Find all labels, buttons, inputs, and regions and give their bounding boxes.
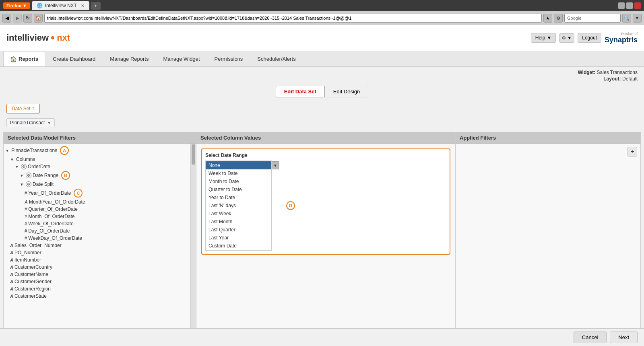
tree-label: CustomerRegion — [14, 286, 51, 292]
nav-item-permissions[interactable]: Permissions — [208, 51, 250, 66]
alpha-icon: A — [10, 279, 13, 284]
tree-label: PinnacleTransactions — [11, 148, 57, 153]
tree-item-customer-name[interactable]: A CustomerName — [8, 271, 190, 278]
tree-item-sales-order[interactable]: A Sales_Order_Number — [8, 242, 190, 249]
tree-label: Day_Of_OrderDate — [28, 228, 70, 234]
star-button[interactable]: ⚙ — [554, 14, 563, 23]
nav-item-manage-reports[interactable]: Manage Reports — [103, 51, 155, 66]
dropdown-item-last-year[interactable]: Last Year — [206, 234, 271, 242]
alpha-icon: A — [10, 250, 13, 255]
nav-item-create-dashboard[interactable]: Create Dashboard — [46, 51, 102, 66]
hash-icon: # — [25, 229, 27, 233]
alpha-icon: A — [10, 294, 13, 299]
dropdown-item-last-week[interactable]: Last Week — [206, 210, 271, 218]
search-input[interactable] — [564, 14, 621, 23]
tree-item-quarter[interactable]: # Quarter_Of_OrderDate — [23, 206, 190, 213]
tree-item-date-split[interactable]: ▼ ⊙ Date Split — [18, 181, 190, 188]
tree-item-item-number[interactable]: A ItemNumber — [8, 256, 190, 264]
hash-icon: # — [25, 236, 27, 241]
alpha-icon: A — [10, 272, 13, 277]
tree-item-monthyear[interactable]: A MonthYear_Of_OrderDate — [23, 198, 190, 206]
next-button[interactable]: Next — [610, 332, 638, 343]
tree-item-customer-gender[interactable]: A CustomerGender — [8, 278, 190, 285]
dropdown-item-custom-date[interactable]: Custom Date — [206, 242, 271, 250]
tree-item-weekday[interactable]: # WeekDay_Of_OrderDate — [23, 235, 190, 242]
tree-item-customer-region[interactable]: A CustomerRegion — [8, 285, 190, 292]
dropdown-arrow-button[interactable]: ▼ — [272, 161, 279, 169]
tree-label: Date Range — [33, 173, 58, 178]
edit-tabs: Edit Data Set Edit Design — [0, 82, 644, 101]
tree-item-customer-state[interactable]: A CustomerState — [8, 292, 190, 300]
close-button[interactable] — [634, 2, 641, 9]
logo-area: intelliview nxt — [6, 33, 70, 43]
forward-button[interactable]: ▶ — [13, 14, 22, 23]
hash-icon: # — [25, 207, 27, 212]
alpha-icon: A — [10, 265, 13, 270]
nav-item-reports[interactable]: 🏠 Reports — [3, 51, 45, 66]
maximize-button[interactable] — [626, 2, 633, 9]
tree-item-po-number[interactable]: A PO_Number — [8, 249, 190, 256]
logout-button[interactable]: Logout — [578, 33, 601, 43]
hash-icon: # — [25, 221, 27, 226]
tree-item-orderdate[interactable]: ▼ ⊙ OrderDate — [13, 163, 190, 170]
tree-item-month[interactable]: # Month_Of_OrderDate — [23, 213, 190, 220]
dropdown-item-week-to-date[interactable]: Week to Date — [206, 169, 271, 177]
search-go-button[interactable]: 🔍 — [622, 14, 631, 23]
tree-item-week[interactable]: # Week_Of_OrderDate — [23, 220, 190, 227]
tab-edit-design[interactable]: Edit Design — [325, 86, 368, 97]
tree-item-year-of-orderdate[interactable]: # Year_Of_OrderDate C — [23, 188, 190, 198]
reload-button[interactable]: ↻ — [23, 14, 32, 23]
dropdown-item-last-quarter[interactable]: Last Quarter — [206, 226, 271, 234]
new-tab-button[interactable]: + — [91, 2, 101, 10]
home-icon: 🏠 — [10, 56, 17, 62]
bookmark-button[interactable]: ★ — [543, 14, 552, 23]
tab-edit-data-set[interactable]: Edit Data Set — [276, 86, 325, 97]
firefox-menu-button[interactable]: Firefox ▼ — [3, 2, 30, 9]
nav-bar: 🏠 Reports Create Dashboard Manage Report… — [0, 51, 644, 67]
dropdown-item-none[interactable]: None — [206, 161, 271, 169]
browser-tab[interactable]: 🌐 Intelliview NXT ✕ — [32, 1, 89, 10]
add-filter-button[interactable]: + — [627, 147, 637, 157]
dropdown-item-last-month[interactable]: Last Month — [206, 218, 271, 226]
left-panel-scrollbar[interactable] — [190, 144, 196, 344]
tools-button[interactable]: ≡ — [633, 14, 642, 23]
back-button[interactable]: ◀ — [2, 14, 11, 23]
tree-expand-icon: ▼ — [15, 165, 20, 169]
center-panel: Selected Column Values Select Date Range… — [196, 132, 456, 344]
tree-item-date-range[interactable]: ▼ ⊙ Date Range B — [18, 170, 190, 181]
source-section: PinnaleTransact ▼ — [0, 117, 644, 130]
address-bar[interactable] — [44, 14, 542, 23]
logo-intelliview: intelliview — [6, 33, 49, 43]
tree-item-day[interactable]: # Day_Of_OrderDate — [23, 227, 190, 235]
home-nav-button[interactable]: 🏠 — [34, 14, 43, 23]
cancel-button[interactable]: Cancel — [574, 332, 607, 343]
source-dropdown[interactable]: PinnaleTransact ▼ — [6, 118, 55, 127]
app-header: intelliview nxt Help ▼ ⚙ ▼ Logout Produc… — [0, 25, 644, 51]
date-range-label: Select Date Range — [205, 152, 446, 158]
dataset-tab[interactable]: Data Set 1 — [6, 104, 40, 113]
tree-expand-icon: ▼ — [20, 173, 25, 178]
tree-label: Week_Of_OrderDate — [28, 221, 74, 227]
annotation-a: A — [60, 146, 69, 155]
tree-item-customer-country[interactable]: A CustomerCountry — [8, 264, 190, 271]
tab-close-icon[interactable]: ✕ — [81, 3, 85, 8]
nav-item-scheduler-alerts[interactable]: Scheduler/Alerts — [250, 51, 302, 66]
dropdown-item-last-n-days[interactable]: Last 'N' days — [206, 202, 271, 210]
nav-item-manage-widget[interactable]: Manage Widget — [156, 51, 206, 66]
tree-item-pinnacle-transactions[interactable]: ▼ PinnacleTransactions A — [4, 145, 190, 156]
tree-item-columns[interactable]: ▼ Columns — [8, 156, 190, 163]
alpha-icon: A — [10, 257, 13, 262]
tree-label: Date Split — [33, 181, 54, 187]
help-button[interactable]: Help ▼ — [531, 33, 556, 43]
logo-dot — [51, 36, 54, 39]
source-dropdown-arrow: ▼ — [47, 121, 51, 125]
minimize-button[interactable] — [618, 2, 625, 9]
dropdown-item-month-to-date[interactable]: Month to Date — [206, 177, 271, 185]
dropdown-item-quarter-to-date[interactable]: Quarter to Date — [206, 185, 271, 194]
tree-label: MonthYear_Of_OrderDate — [29, 199, 85, 205]
tree-label: CustomerGender — [14, 279, 52, 284]
settings-button[interactable]: ⚙ ▼ — [559, 33, 574, 43]
right-panel: Applied Filters + — [456, 132, 641, 344]
hash-icon: # — [25, 191, 27, 196]
dropdown-item-year-to-date[interactable]: Year to Date — [206, 194, 271, 202]
